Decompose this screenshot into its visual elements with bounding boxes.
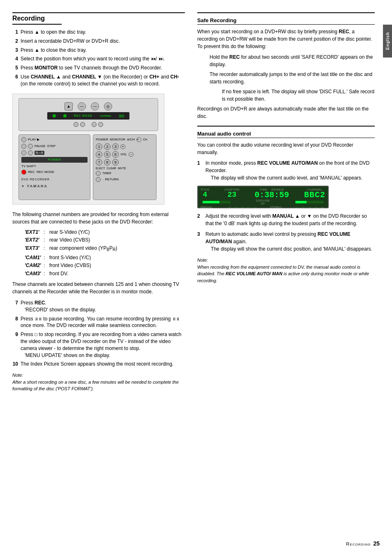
device-bottom-unit: PLAY ▶ PAUSE STEP 8▷◁8 POWER	[18, 134, 158, 200]
lcd-manual-indicator: MANUAL	[201, 206, 212, 209]
note-label-text: Note:	[12, 372, 185, 379]
side-tab-label: English	[385, 32, 390, 50]
step-text-1: Press ▲ to open the disc tray.	[21, 29, 86, 36]
yamaha-logo: ✦ YAMAHA	[21, 184, 88, 188]
btn-round-3: ◎	[104, 102, 112, 111]
left-meter	[202, 200, 231, 204]
lcd-bottom-row: MANUAL ←40——20——10——9——····1 STEREO 1···…	[201, 205, 325, 209]
right-bar	[295, 200, 324, 204]
yamaha-star: ✦	[21, 184, 25, 188]
num8-btn: 8	[104, 159, 111, 166]
timer-btn	[96, 171, 101, 176]
step-7: 7 Press REC. 'RECORD' shows on the displ…	[12, 299, 185, 313]
power-label: POWER	[96, 138, 108, 141]
left-column: Recording 1 Press ▲ to open the disc tra…	[12, 12, 185, 392]
step-1: 1 Press ▲ to open the disc tray.	[12, 29, 185, 36]
mute-label: MUTE	[118, 167, 126, 170]
lcd-channel-value: BBC2	[304, 191, 325, 199]
step-3: 3 Press ▲ to close the disc tray.	[12, 47, 185, 54]
ind-btn-4	[98, 122, 103, 127]
safe-recording-steps: Hold the REC for about two seconds until…	[210, 53, 375, 103]
lcd-mode-sub: SP	[261, 202, 265, 205]
footer-label: Recording	[346, 541, 371, 546]
step-num-5: 5	[12, 64, 18, 71]
steps-list-1: 1 Press ▲ to open the disc tray. 2 Inser…	[12, 29, 185, 88]
rec-row: REC REC MODE	[21, 170, 88, 175]
section-title-recording: Recording	[12, 15, 62, 25]
channel-cam3-label: 'CAM3'	[25, 270, 41, 277]
device-top-unit: ▲ — — ◎ REC MODE CHANNEL |||||||	[18, 98, 158, 131]
step-text-5: Press MONITOR to see TV channels through…	[21, 64, 162, 71]
steps-list-2: 7 Press REC. 'RECORD' shows on the displ…	[12, 299, 185, 368]
manual-audio-divider	[197, 126, 375, 127]
manual-note-block: Note: When recording from the equipment …	[197, 257, 375, 284]
step-9: 9 Press □ to stop recording. If you are …	[12, 331, 185, 359]
left-bar	[202, 200, 231, 204]
step-num-9: 9	[12, 331, 18, 359]
channel-ext1-sep: :	[44, 229, 47, 236]
manual-audio-steps: 1 In monitor mode, press REC VOLUME AUTO…	[197, 159, 375, 182]
left-recorder-panel: PLAY ▶ PAUSE STEP 8▷◁8 POWER	[18, 134, 90, 200]
manual-step-num-3: 3	[197, 230, 203, 253]
channel-cam2: 'CAM2' : front Video (CVBS)	[25, 262, 185, 269]
top-display: REC MODE CHANNEL |||||||	[47, 112, 129, 120]
rec-mode-label: REC MODE	[37, 170, 54, 174]
footer-page-number: 25	[373, 540, 380, 547]
lcd-bar-meters: DVD+RW SP	[201, 199, 325, 205]
display-content: POWER	[48, 158, 61, 161]
manual-step-1: 1 In monitor mode, press REC VOLUME AUTO…	[197, 159, 375, 182]
lcd-time-col: TIME REMAIN 0:38:59	[254, 188, 289, 199]
manual-audio-intro: You can control the audio volume recordi…	[197, 141, 375, 156]
lcd-chapter-value: 23	[228, 191, 237, 198]
channel-row: TV SHIFT	[21, 164, 88, 168]
channel-intro-text: The following channel numbers are provid…	[12, 211, 185, 226]
page-content: Recording 1 Press ▲ to open the disc tra…	[0, 0, 383, 405]
remote-row-7: · RETURN	[96, 177, 154, 182]
step-text-3: Press ▲ to close the disc tray.	[21, 47, 87, 54]
remote-row-1: POWER MONITOR A/CH + CH	[96, 137, 154, 142]
btn-round-2: —	[91, 102, 99, 111]
lcd-display: TITLE 4 CHAPTER 23 TIME REMAIN 0:38:59 C…	[197, 186, 329, 208]
manual-audio-heading: Manual audio control	[197, 131, 375, 138]
step-text-2: Insert a recordable DVD+RW or DVD+R disc…	[21, 38, 120, 45]
vol-label: VOL	[120, 152, 127, 156]
safe-recording-para2: Recordings on DVD+R are always automatic…	[197, 105, 375, 120]
dvd-recorder-label: DVD RECORDER	[21, 178, 88, 181]
dot-btn: ·	[102, 177, 104, 182]
channel-ext3-desc: rear component video (YPBPR)	[49, 245, 185, 253]
manual-step-text-1: In monitor mode, press REC VOLUME AUTO/M…	[205, 159, 375, 182]
plus-btn: +	[136, 137, 141, 142]
step-num-3: 3	[12, 47, 18, 54]
transport-row-2: PAUSE STEP	[21, 144, 88, 149]
step-text-4: Select the position from which you want …	[21, 55, 165, 62]
channel-cam1-desc: front S-Video (Y/C)	[49, 254, 185, 261]
eject-button: ▲	[65, 102, 73, 111]
clear-label: CLEAR	[107, 167, 116, 170]
channel-cam2-desc: front Video (CVBS)	[49, 262, 185, 269]
monitor-label: MONITOR	[110, 138, 125, 141]
ind-btn-3	[92, 122, 97, 127]
manual-note-label: Note:	[197, 257, 375, 264]
transport-row-3: 8▷◁8	[21, 150, 88, 155]
manual-note-content: When recording from the equipment connec…	[197, 264, 375, 284]
step-num-2: 2	[12, 38, 18, 45]
display-text-rec: REC MODE	[74, 114, 92, 117]
remote-row-3: 4 5 6 VOL −	[96, 151, 154, 158]
display-dot-2	[63, 114, 67, 117]
device-illustration: ▲ — — ◎ REC MODE CHANNEL |||||||	[12, 94, 164, 205]
num3-btn: 3	[112, 143, 119, 150]
num7-btn: 7	[96, 159, 102, 166]
lcd-stereo-indicator: STEREO	[270, 206, 282, 209]
step-num-8: 8	[12, 315, 18, 329]
channel-ext2-desc: rear Video (CVBS)	[49, 237, 185, 244]
ind-btn-2	[80, 122, 85, 127]
plus2-btn: +	[120, 144, 125, 149]
num6-btn: 6	[112, 151, 119, 158]
ind-btn-1	[74, 122, 78, 127]
btn-round-1: —	[78, 102, 86, 111]
lcd-title-col: TITLE 4	[201, 188, 210, 198]
manual-step-text-2: Adjust the recording level with MANUAL ▲…	[205, 212, 375, 227]
display-dot-1	[53, 114, 56, 117]
avman-label: A/CH	[127, 138, 135, 141]
remote-row-2: 1 2 3 +	[96, 143, 154, 150]
